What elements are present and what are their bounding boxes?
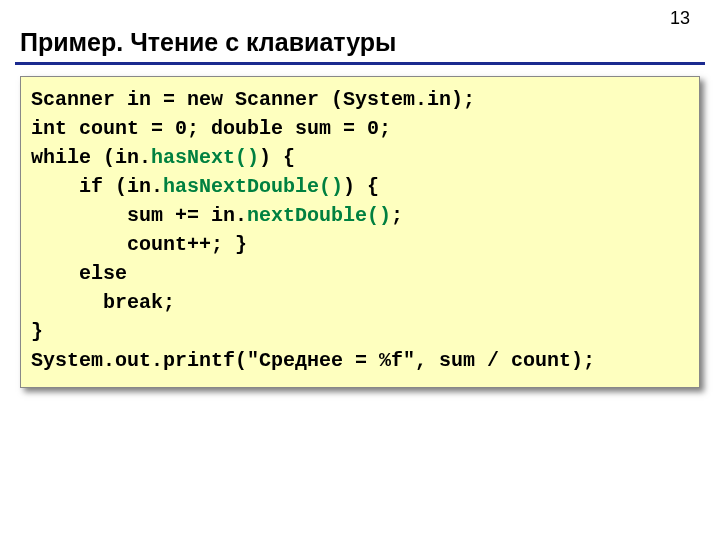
code-highlight: nextDouble() [247,204,391,227]
code-line: ) { [259,146,295,169]
code-line: ; [391,204,403,227]
code-line: if (in. [31,175,163,198]
code-line: sum += in. [31,204,247,227]
code-line: } [31,320,43,343]
code-line: while (in. [31,146,151,169]
code-highlight: hasNext() [151,146,259,169]
code-line: break; [31,291,175,314]
code-line: else [31,262,127,285]
code-line: ) { [343,175,379,198]
code-line: int count = 0; double sum = 0; [31,117,391,140]
code-line: count++; } [31,233,247,256]
code-highlight: hasNextDouble() [163,175,343,198]
code-line: System.out.printf("Среднее = %f", sum / … [31,349,595,372]
page-number: 13 [670,8,690,29]
code-block: Scanner in = new Scanner (System.in); in… [20,76,700,388]
title-divider [15,62,705,65]
code-line: Scanner in = new Scanner (System.in); [31,88,475,111]
slide-title: Пример. Чтение с клавиатуры [20,28,396,57]
